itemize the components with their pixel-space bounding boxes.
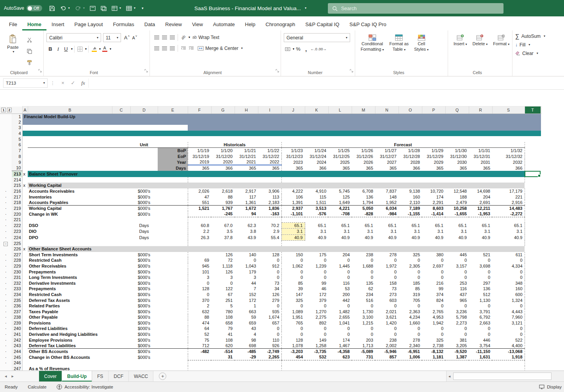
cell[interactable] (525, 332, 541, 337)
value-cell[interactable]: 4,953 (422, 314, 445, 320)
value-cell[interactable]: 8,603 (422, 206, 445, 211)
value-cell[interactable]: 17,179 (492, 188, 525, 194)
cell[interactable] (158, 314, 188, 320)
value-cell[interactable]: 6,034 (375, 206, 399, 211)
value-cell[interactable]: 319 (399, 292, 422, 298)
cell[interactable] (525, 366, 541, 371)
row-label[interactable]: Long Term Investments (28, 275, 112, 280)
sheet-nav-left-icon[interactable]: ◂ (5, 374, 7, 379)
unit-cell[interactable]: $000's (130, 337, 158, 343)
unit-cell[interactable]: Days (130, 229, 158, 234)
period-cell[interactable]: 1/1/29 (422, 148, 445, 154)
cell[interactable] (525, 280, 541, 286)
value-cell[interactable]: 40.9 (469, 234, 492, 240)
value-cell[interactable]: 380 (422, 252, 445, 258)
value-cell[interactable] (211, 366, 235, 371)
value-cell[interactable]: 1,952 (375, 200, 399, 206)
value-cell[interactable]: 1,972 (375, 263, 399, 269)
value-cell[interactable]: 1 (235, 303, 258, 309)
value-cell[interactable]: 1,062 (281, 263, 305, 269)
value-cell[interactable]: 532 (305, 354, 328, 360)
cell[interactable] (541, 171, 541, 177)
cell[interactable] (112, 206, 130, 211)
value-cell[interactable] (188, 252, 211, 258)
row-header-7[interactable]: 7 (12, 148, 22, 154)
value-cell[interactable]: 1,649 (328, 200, 352, 206)
value-cell[interactable]: 1,181 (422, 354, 445, 360)
value-cell[interactable]: 179 (235, 269, 258, 275)
align-center-icon[interactable] (160, 44, 168, 52)
value-cell[interactable]: -163 (258, 211, 281, 217)
value-cell[interactable]: 5,798 (445, 314, 469, 320)
value-cell[interactable]: 1,688 (352, 263, 375, 269)
row-label[interactable]: Related Parties (28, 303, 112, 309)
cell[interactable] (525, 159, 541, 165)
value-cell[interactable]: 0 (469, 275, 492, 280)
value-cell[interactable]: 59 (235, 314, 258, 320)
value-cell[interactable]: 2,363 (399, 309, 422, 315)
value-cell[interactable]: 62 (352, 286, 375, 292)
value-cell[interactable]: 40.9 (399, 234, 422, 240)
row-header-230[interactable]: 230 (12, 269, 22, 275)
value-cell[interactable]: 4,234 (399, 314, 422, 320)
value-cell[interactable]: 7,837 (375, 188, 399, 194)
value-cell[interactable]: 325 (422, 337, 445, 343)
column-header-G[interactable]: G (211, 106, 235, 114)
value-cell[interactable]: 0 (352, 326, 375, 332)
value-cell[interactable]: 0 (211, 280, 235, 286)
ribbon-tab-view[interactable]: View (187, 18, 208, 30)
value-cell[interactable]: 73 (258, 280, 281, 286)
period-cell[interactable]: 31/12/29 (422, 153, 445, 159)
period-tag[interactable]: BoP (158, 148, 188, 154)
value-cell[interactable]: 65.1 (352, 223, 375, 229)
value-cell[interactable]: 67 (211, 292, 235, 298)
increase-font-size-icon[interactable]: A˄ (123, 34, 131, 42)
value-cell[interactable]: 1,951 (281, 314, 305, 320)
column-header-K[interactable]: K (305, 106, 328, 114)
value-cell[interactable]: 0 (422, 332, 445, 337)
align-middle-icon[interactable] (160, 33, 168, 41)
cell[interactable] (525, 194, 541, 200)
value-cell[interactable]: 379 (305, 297, 328, 303)
value-cell[interactable]: 3.1 (328, 229, 352, 234)
ribbon-tab-review[interactable]: Review (160, 18, 187, 30)
cell[interactable] (158, 326, 188, 332)
row-header-224[interactable]: 224 (12, 234, 22, 240)
value-cell[interactable]: 126 (211, 252, 235, 258)
row-header-1[interactable]: 1 (12, 114, 22, 119)
value-cell[interactable]: 125 (328, 194, 352, 200)
value-cell[interactable]: -6,951 (399, 349, 422, 355)
value-cell[interactable]: 1,420 (375, 320, 399, 326)
autosum-button[interactable]: ∑AutoSum▾ (515, 33, 564, 39)
value-cell[interactable]: 60.8 (188, 223, 211, 229)
value-cell[interactable]: 0 (281, 257, 305, 263)
value-cell[interactable]: 0 (422, 257, 445, 263)
period-cell[interactable]: 2032 (492, 159, 525, 165)
section-flag[interactable] (22, 263, 28, 269)
value-cell[interactable]: 221 (492, 194, 525, 200)
value-cell[interactable]: 41 (211, 332, 235, 337)
value-cell[interactable]: 6,708 (352, 188, 375, 194)
section-flag[interactable] (22, 297, 28, 303)
value-cell[interactable]: 0 (328, 257, 352, 263)
decrease-font-size-icon[interactable]: A˅ (131, 34, 139, 42)
value-cell[interactable]: -13,068 (492, 349, 525, 355)
conditional-formatting-button[interactable]: Conditional Formatting▾ (358, 33, 387, 52)
period-cell[interactable]: 31/12/31 (469, 153, 492, 159)
value-cell[interactable]: 2,618 (211, 188, 235, 194)
value-cell[interactable]: 3.1 (305, 229, 328, 234)
value-cell[interactable]: 0 (352, 269, 375, 275)
value-cell[interactable]: -828 (352, 211, 375, 217)
italic-button[interactable]: I (54, 45, 62, 53)
value-cell[interactable]: 0 (469, 326, 492, 332)
cell[interactable] (525, 142, 541, 148)
value-cell[interactable]: 0 (445, 275, 469, 280)
value-cell[interactable]: 0 (258, 257, 281, 263)
section-flag[interactable]: x (22, 246, 28, 252)
qat-customize-button[interactable]: ▾ (141, 7, 144, 10)
value-cell[interactable]: 0 (281, 303, 305, 309)
align-left-icon[interactable] (153, 44, 160, 52)
period-cell[interactable]: 31/12/25 (328, 153, 352, 159)
section-flag[interactable] (22, 234, 28, 240)
historicals-header[interactable]: Historicals (188, 142, 281, 148)
